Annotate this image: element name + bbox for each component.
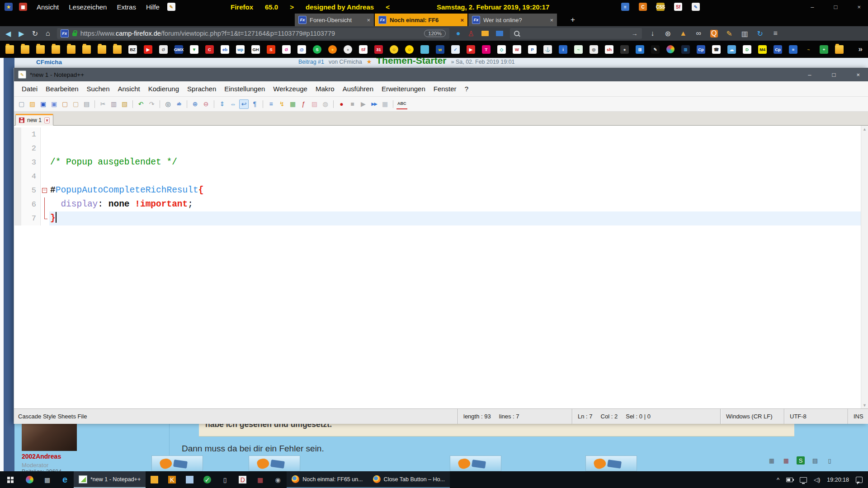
start-button[interactable]: [0, 471, 21, 488]
bookmark-clipboard[interactable]: ✓: [451, 45, 460, 54]
code-text[interactable]: [49, 141, 868, 155]
bookmark-d-green[interactable]: D: [743, 45, 751, 54]
notes-addon-icon[interactable]: ✎: [692, 3, 700, 11]
refresh-addon-icon[interactable]: ↻: [756, 30, 764, 38]
volume-icon[interactable]: ◁): [814, 476, 820, 483]
cut-icon[interactable]: ✂: [98, 99, 108, 109]
paste-icon[interactable]: ▧: [120, 99, 129, 109]
editor-scrollbar[interactable]: ▲ ▼: [861, 126, 868, 409]
css-addon-icon[interactable]: CSS: [656, 3, 665, 11]
status-encoding[interactable]: UTF-8: [784, 409, 848, 424]
redo-icon[interactable]: ↷: [147, 99, 156, 109]
bookmark-gmx[interactable]: GMX: [175, 45, 183, 54]
menu-item[interactable]: Makro: [311, 85, 339, 93]
forum-stat-icon[interactable]: ▦: [768, 456, 776, 465]
toolbar-separator[interactable]: [333, 100, 334, 108]
replace-icon[interactable]: ab: [174, 99, 184, 109]
shortcut-mapper-icon[interactable]: ↯: [277, 99, 287, 109]
menu-item[interactable]: Ansicht: [113, 85, 144, 93]
code-text[interactable]: /* Popup ausgeblendet */: [49, 155, 868, 169]
tray-expand-icon[interactable]: ^: [777, 476, 779, 483]
bookmark-cloud[interactable]: ☁: [727, 45, 736, 54]
tab-close-icon[interactable]: ×: [44, 117, 50, 123]
network-icon[interactable]: [800, 477, 807, 483]
folder-blue-icon[interactable]: [496, 31, 503, 36]
macro-save-icon[interactable]: ▦: [380, 99, 390, 109]
bookmark-telekom[interactable]: T: [482, 45, 491, 54]
toolbar-separator[interactable]: [393, 100, 393, 108]
bookmark-curved[interactable]: C: [205, 45, 214, 54]
reload-button[interactable]: ↻: [32, 29, 38, 38]
bookmark-m4[interactable]: M4: [758, 45, 767, 54]
bookmark-gray[interactable]: ●: [344, 45, 352, 54]
bookmark-cp2[interactable]: Cp: [774, 45, 782, 54]
forum-author-link[interactable]: CFmicha: [36, 59, 62, 66]
bookmark-firefox[interactable]: ●: [328, 45, 337, 54]
code-text[interactable]: display: none !important;: [49, 197, 868, 211]
bookmark-colorwheel[interactable]: [666, 45, 675, 53]
bookmark-download[interactable]: ▼: [190, 45, 198, 54]
bookmark-bz[interactable]: BZ: [128, 45, 137, 54]
menu-icon[interactable]: ≡: [772, 30, 779, 38]
bookmark-sf[interactable]: Sf: [359, 45, 368, 54]
bookmark-red-play[interactable]: ▶: [467, 45, 475, 54]
close-icon[interactable]: ×: [857, 4, 861, 10]
bookmark-wordpress[interactable]: wp: [236, 45, 245, 54]
bookmark-ebay[interactable]: eb: [221, 45, 229, 54]
flame-addon-icon[interactable]: ▲: [679, 30, 687, 38]
explorer-icon[interactable]: [146, 471, 163, 488]
print-icon[interactable]: ▤: [82, 99, 91, 109]
menu-item[interactable]: Erweiterungen: [377, 85, 429, 93]
menu-item[interactable]: Kodierung: [144, 85, 183, 93]
bookmark-diamond[interactable]: ◇: [497, 45, 506, 54]
taskbar-task-notepad[interactable]: *new 1 - Notepad++: [74, 471, 146, 488]
scroll-down-icon[interactable]: ▼: [863, 403, 867, 408]
bookmark-w-gold[interactable]: w: [436, 45, 444, 54]
macro-run-multiple-icon[interactable]: ▶▶: [369, 99, 379, 109]
monitor-app-icon[interactable]: ▩: [38, 471, 56, 488]
code-text[interactable]: }: [49, 211, 868, 225]
bookmark-folder[interactable]: [5, 45, 14, 54]
page-icon[interactable]: ▯: [826, 456, 834, 465]
menu-item[interactable]: Ansicht: [32, 3, 64, 11]
bookmark-anchor[interactable]: ⚓: [543, 45, 552, 54]
settings-gear-icon[interactable]: ⊛: [664, 30, 672, 38]
notes-app-icon[interactable]: [181, 471, 198, 488]
word-wrap-icon[interactable]: ↩: [239, 99, 249, 109]
bookmark-info[interactable]: i: [559, 45, 567, 54]
copy-icon[interactable]: ▥: [109, 99, 118, 109]
bookmark-pink[interactable]: Ø: [282, 45, 291, 54]
bookmark-plus[interactable]: +: [820, 45, 828, 54]
zoom-in-icon[interactable]: ⊕: [190, 99, 200, 109]
bookmark-ring[interactable]: ◍: [590, 45, 598, 54]
back-button[interactable]: ◀: [5, 29, 11, 38]
lock-icon[interactable]: [72, 33, 77, 36]
bookmark-31[interactable]: 31: [374, 45, 383, 54]
code-text[interactable]: [49, 169, 868, 183]
fold-margin[interactable]: [41, 141, 49, 155]
bookmark-folder[interactable]: [98, 45, 106, 54]
fold-margin[interactable]: [41, 183, 49, 197]
menu-item[interactable]: Suchen: [83, 85, 114, 93]
bookmark-p[interactable]: P: [528, 45, 537, 54]
toolbar-separator[interactable]: [263, 100, 263, 108]
bookmark-smiley[interactable]: ☺: [405, 45, 414, 54]
page-action-icon[interactable]: Fx: [61, 29, 69, 38]
open-file-icon[interactable]: ▨: [28, 99, 37, 109]
toolbar-separator[interactable]: [160, 100, 160, 108]
bookmark-spotify[interactable]: S: [313, 45, 321, 54]
download-icon[interactable]: ↓: [649, 30, 656, 38]
bookmark-w-red[interactable]: W: [513, 45, 521, 54]
zoom-out-icon[interactable]: ⊖: [201, 99, 211, 109]
bookmarks-overflow-icon[interactable]: »: [859, 45, 863, 54]
scroll-up-icon[interactable]: ▲: [863, 127, 867, 131]
fold-margin[interactable]: [41, 127, 49, 141]
code-editor[interactable]: 1 2 3 /* Popup ausgeblendet */: [14, 126, 868, 409]
edge-icon[interactable]: e: [56, 471, 74, 488]
folder-workspace-icon[interactable]: ▨: [310, 99, 319, 109]
search-addon-icon[interactable]: Q: [710, 30, 718, 38]
bookmark-ms-blue[interactable]: ⊞: [636, 45, 644, 54]
bookmark-clip[interactable]: @: [297, 45, 306, 54]
maximize-icon[interactable]: □: [832, 71, 836, 78]
minimize-icon[interactable]: –: [811, 4, 814, 10]
